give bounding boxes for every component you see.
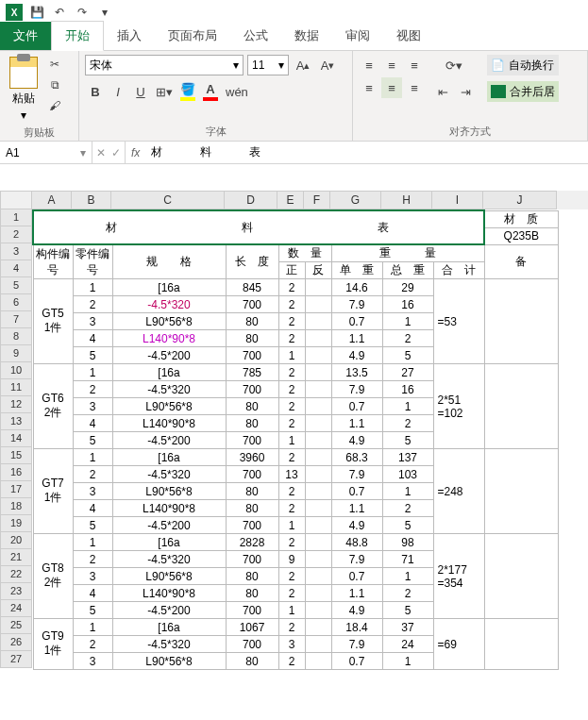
spec[interactable]: [16a <box>112 619 226 636</box>
part-no[interactable]: 2 <box>73 296 112 313</box>
row-header-11[interactable]: 11 <box>0 379 32 396</box>
note-cell[interactable] <box>484 534 558 619</box>
align-top-icon[interactable]: ≡ <box>359 55 379 75</box>
length[interactable]: 80 <box>226 653 278 670</box>
qty-pos[interactable]: 2 <box>278 330 305 347</box>
part-no[interactable]: 1 <box>73 449 112 466</box>
spec[interactable]: L90*56*8 <box>112 398 226 415</box>
row-header-25[interactable]: 25 <box>0 617 32 634</box>
sum-GT7[interactable]: =248 <box>433 449 484 534</box>
row-header-23[interactable]: 23 <box>0 583 32 600</box>
qty-neg[interactable] <box>305 279 331 296</box>
group-id-GT5[interactable]: GT51件 <box>33 279 73 364</box>
row-header-2[interactable]: 2 <box>0 226 32 243</box>
part-no[interactable]: 2 <box>73 636 112 653</box>
unit-weight[interactable]: 0.7 <box>331 568 382 585</box>
unit-weight[interactable]: 7.9 <box>331 381 382 398</box>
underline-button[interactable]: U <box>130 81 151 102</box>
qty-neg[interactable] <box>305 602 331 619</box>
length[interactable]: 700 <box>226 517 278 534</box>
col-header-A[interactable]: A <box>32 191 72 209</box>
part-no[interactable]: 2 <box>73 551 112 568</box>
qty-pos[interactable]: 2 <box>278 279 305 296</box>
orientation-icon[interactable]: ⟳▾ <box>432 55 476 75</box>
sum-GT5[interactable]: =53 <box>433 279 484 364</box>
align-left-icon[interactable]: ≡ <box>359 77 379 98</box>
total-weight[interactable]: 98 <box>382 534 433 551</box>
total-weight[interactable]: 2 <box>382 330 433 347</box>
part-no[interactable]: 5 <box>73 347 112 364</box>
qty-pos[interactable]: 2 <box>278 381 305 398</box>
select-all-corner[interactable] <box>0 191 32 209</box>
row-header-17[interactable]: 17 <box>0 481 32 498</box>
group-id-GT9[interactable]: GT91件 <box>33 619 73 670</box>
unit-weight[interactable]: 7.9 <box>331 636 382 653</box>
qty-neg[interactable] <box>305 432 331 449</box>
tab-home[interactable]: 开始 <box>51 21 104 51</box>
row-header-13[interactable]: 13 <box>0 413 32 430</box>
hdr-qty[interactable]: 数 量 <box>278 244 331 262</box>
qty-neg[interactable] <box>305 466 331 483</box>
qty-pos[interactable]: 2 <box>278 483 305 500</box>
total-weight[interactable]: 103 <box>382 466 433 483</box>
qty-neg[interactable] <box>305 364 331 381</box>
qty-pos[interactable]: 2 <box>278 449 305 466</box>
hdr-sum[interactable]: 合 计 <box>433 262 484 279</box>
part-no[interactable]: 2 <box>73 381 112 398</box>
unit-weight[interactable]: 1.1 <box>331 330 382 347</box>
font-size-combo[interactable]: 11▾ <box>247 55 289 75</box>
fx-icon[interactable]: fx <box>126 142 145 163</box>
row-header-7[interactable]: 7 <box>0 311 32 328</box>
qty-pos[interactable]: 1 <box>278 347 305 364</box>
part-no[interactable]: 5 <box>73 517 112 534</box>
spec[interactable]: L90*56*8 <box>112 483 226 500</box>
unit-weight[interactable]: 7.9 <box>331 551 382 568</box>
length[interactable]: 80 <box>226 483 278 500</box>
length[interactable]: 80 <box>226 500 278 517</box>
col-header-H[interactable]: H <box>381 191 432 209</box>
spec[interactable]: -4.5*320 <box>112 381 226 398</box>
paste-button[interactable]: 粘贴 ▾ <box>6 55 42 124</box>
unit-weight[interactable]: 68.3 <box>331 449 382 466</box>
part-no[interactable]: 1 <box>73 364 112 381</box>
total-weight[interactable]: 37 <box>382 619 433 636</box>
tab-layout[interactable]: 页面布局 <box>155 22 230 50</box>
font-color-button[interactable]: A <box>200 81 221 102</box>
row-header-12[interactable]: 12 <box>0 396 32 413</box>
row-header-3[interactable]: 3 <box>0 243 32 260</box>
qty-pos[interactable]: 9 <box>278 551 305 568</box>
tab-file[interactable]: 文件 <box>0 22 51 50</box>
length[interactable]: 3960 <box>226 449 278 466</box>
decrease-font-icon[interactable]: A▾ <box>317 55 338 75</box>
qty-neg[interactable] <box>305 636 331 653</box>
worksheet-grid[interactable]: ABCDEFGHIJ 12345678910111213141516171819… <box>0 191 588 670</box>
spec[interactable]: L90*56*8 <box>112 653 226 670</box>
name-box[interactable]: A1▾ <box>0 142 92 163</box>
length[interactable]: 845 <box>226 279 278 296</box>
spec[interactable]: L90*56*8 <box>112 568 226 585</box>
spec[interactable]: L140*90*8 <box>112 500 226 517</box>
total-weight[interactable]: 1 <box>382 313 433 330</box>
length[interactable]: 700 <box>226 296 278 313</box>
spec[interactable]: [16a <box>112 449 226 466</box>
col-header-D[interactable]: D <box>225 191 277 209</box>
col-header-F[interactable]: F <box>304 191 330 209</box>
qty-neg[interactable] <box>305 398 331 415</box>
qty-neg[interactable] <box>305 330 331 347</box>
qty-pos[interactable]: 3 <box>278 636 305 653</box>
qty-neg[interactable] <box>305 534 331 551</box>
part-no[interactable]: 2 <box>73 466 112 483</box>
row-header-18[interactable]: 18 <box>0 498 32 515</box>
length[interactable]: 80 <box>226 585 278 602</box>
qty-neg[interactable] <box>305 585 331 602</box>
qty-pos[interactable]: 1 <box>278 517 305 534</box>
sum-GT8[interactable]: 2*177=354 <box>433 534 484 619</box>
qty-pos[interactable]: 2 <box>278 296 305 313</box>
qty-neg[interactable] <box>305 415 331 432</box>
length[interactable]: 785 <box>226 364 278 381</box>
qty-pos[interactable]: 2 <box>278 364 305 381</box>
qty-neg[interactable] <box>305 296 331 313</box>
qty-neg[interactable] <box>305 449 331 466</box>
qty-pos[interactable]: 2 <box>278 500 305 517</box>
hdr-component[interactable]: 构件编号 <box>33 244 73 279</box>
